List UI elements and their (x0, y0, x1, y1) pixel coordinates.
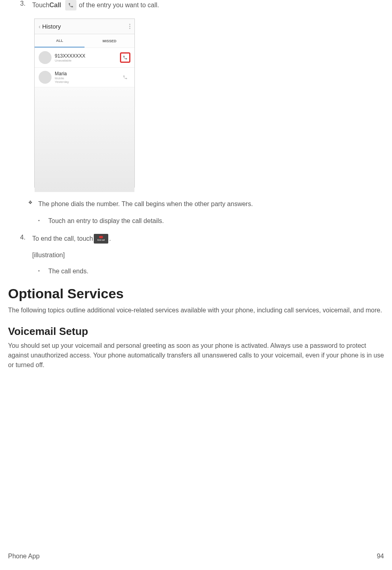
tab-all: ALL (35, 34, 85, 48)
call-icon (65, 0, 76, 10)
square-bullet-icon: ▪ (38, 267, 48, 276)
bullet-touch-entry-text: Touch an entry to display the call detai… (48, 217, 164, 225)
page-footer: Phone App 94 (8, 553, 384, 560)
screenshot-container: ‹ History ALL MISSED 913XXXXXXX Unavaila… (34, 19, 384, 188)
para-voicemail-setup: You should set up your voicemail and per… (8, 341, 384, 370)
entry1-sub: Unavailable (55, 59, 120, 62)
avatar-icon (39, 71, 52, 84)
step-3-text: Touch Call of the entry you want to call… (32, 0, 159, 10)
step-3: 3. Touch Call of the entry you want to c… (20, 0, 384, 10)
back-chevron-icon: ‹ (39, 23, 41, 30)
step-number-3: 3. (20, 0, 32, 10)
para-optional-services: The following topics outline additional … (8, 306, 384, 315)
bullet-call-ends-text: The call ends. (48, 267, 89, 276)
step-4-text: To end the call, touch End call . (32, 234, 111, 244)
screenshot-tabs: ALL MISSED (35, 34, 134, 48)
entry2-sub2: Yesterday (55, 80, 120, 84)
footer-left: Phone App (8, 553, 39, 560)
square-bullet-icon: ▪ (38, 217, 48, 225)
call-button (120, 72, 130, 83)
step3-bold: Call (50, 1, 61, 10)
bullet-dial: ❖ The phone dials the number. The call b… (28, 200, 384, 209)
tab-missed: MISSED (85, 34, 134, 48)
entry1-name: 913XXXXXXX (55, 53, 120, 59)
screenshot-title: History (42, 23, 61, 30)
step-number-4: 4. (20, 234, 32, 244)
menu-dots-icon (129, 24, 130, 29)
phone-screenshot: ‹ History ALL MISSED 913XXXXXXX Unavaila… (34, 19, 135, 188)
avatar-icon (39, 51, 52, 64)
history-entry-1: 913XXXXXXX Unavailable (35, 48, 134, 68)
end-call-label: End call (97, 239, 105, 242)
heading-voicemail-setup: Voicemail Setup (8, 325, 384, 338)
illustration-placeholder: [illustration] (32, 252, 384, 259)
diamond-bullet-icon: ❖ (28, 200, 38, 209)
footer-page-number: 94 (377, 553, 384, 560)
bullet-touch-entry: ▪ Touch an entry to display the call det… (38, 217, 384, 225)
step3-before: Touch (32, 1, 50, 10)
step-4: 4. To end the call, touch End call . (20, 234, 384, 244)
screenshot-empty-area (35, 87, 134, 192)
heading-optional-services: Optional Services (8, 286, 384, 302)
entry2-sub1: Mobile (55, 76, 120, 80)
step4-before: To end the call, touch (32, 234, 93, 243)
screenshot-header: ‹ History (35, 19, 134, 34)
history-entry-2: Maria Mobile Yesterday (35, 68, 134, 87)
step3-after: of the entry you want to call. (79, 1, 159, 10)
end-call-icon: End call (94, 234, 108, 244)
bullet-call-ends: ▪ The call ends. (38, 267, 384, 276)
entry2-name: Maria (55, 71, 120, 76)
step4-after: . (109, 234, 111, 243)
bullet-dial-text: The phone dials the number. The call beg… (38, 200, 253, 209)
call-button-highlighted (120, 52, 130, 63)
